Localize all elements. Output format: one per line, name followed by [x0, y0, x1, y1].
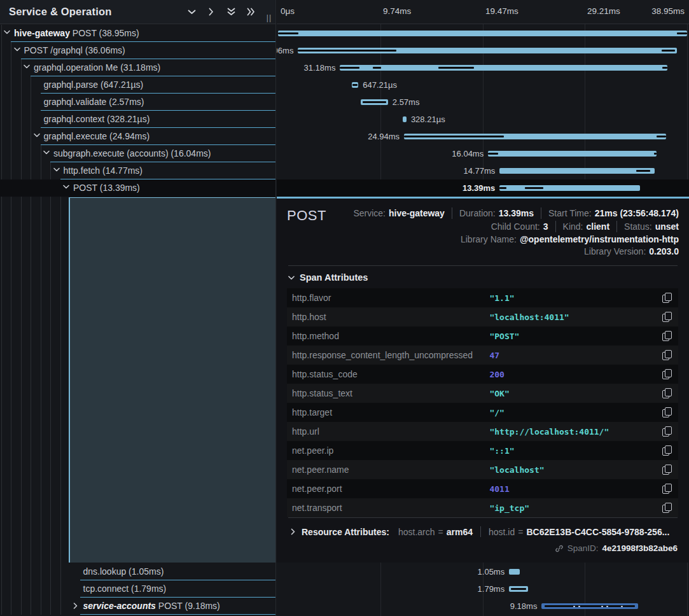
copy-icon[interactable]	[662, 484, 672, 494]
duration-label: 16.04ms	[452, 149, 484, 158]
timeline-row[interactable]: 14.77ms	[277, 162, 689, 179]
duration-label: 647.21µs	[363, 80, 397, 90]
chevron-right-icon[interactable]	[73, 603, 78, 609]
span-tree-row[interactable]: dns.lookup (1.05ms)	[0, 563, 276, 580]
resource-attributes-pairs: host.arch=arm64host.id=BC62E13B-C4CC-585…	[398, 526, 669, 537]
span-tree-row[interactable]: graphql.validate (2.57ms)	[0, 94, 276, 111]
span-duration-bar[interactable]	[499, 168, 655, 174]
span-label: hive-gateway POST (38.95ms)	[14, 28, 139, 38]
span-tree-row[interactable]: POST (13.39ms)	[0, 179, 276, 197]
copy-icon[interactable]	[662, 388, 672, 398]
span-tree-row[interactable]: graphql.execute (24.94ms)	[0, 128, 276, 145]
chevron-down-icon[interactable]	[14, 47, 20, 52]
copy-icon[interactable]	[662, 350, 672, 360]
meta-value: client	[586, 221, 609, 232]
chevron-down-icon[interactable]	[63, 185, 69, 189]
child-span-mark	[677, 32, 687, 34]
meta-value: 3	[543, 221, 548, 232]
span-attributes-toggle[interactable]: Span Attributes	[288, 272, 679, 283]
child-span-mark	[511, 588, 527, 590]
span-tree-row[interactable]: graphql.operation Me (31.18ms)	[0, 59, 276, 76]
timeline-row[interactable]: 9.18ms	[277, 598, 689, 615]
link-icon[interactable]	[555, 544, 564, 553]
span-duration-bar[interactable]	[499, 185, 640, 191]
copy-icon[interactable]	[662, 465, 672, 475]
copy-icon[interactable]	[662, 369, 672, 379]
timeline-row[interactable]: 1.79ms	[277, 580, 689, 598]
collapse-one-icon[interactable]	[187, 8, 196, 17]
span-label: POST /graphql (36.06ms)	[24, 45, 125, 55]
timeline-tick: 38.95ms	[651, 6, 685, 16]
meta-item: Library Version:0.203.0	[584, 246, 679, 256]
span-duration-bar[interactable]	[488, 151, 657, 157]
attribute-value: "http://localhost:4011/"	[489, 427, 662, 437]
timeline-row[interactable]: 1.05ms	[277, 563, 689, 580]
span-tree-row[interactable]: http.fetch (14.77ms)	[0, 162, 276, 179]
chevron-down-icon	[288, 276, 295, 280]
timeline-row[interactable]: 16.04ms	[277, 145, 689, 162]
span-label: graphql.context (328.21µs)	[44, 114, 150, 124]
span-tree-row[interactable]: service-accounts POST (9.18ms)	[0, 598, 276, 615]
collapse-all-icon[interactable]	[226, 8, 235, 17]
panel-resize-grip[interactable]: ||	[267, 13, 272, 22]
span-duration-bar[interactable]	[352, 82, 359, 88]
span-duration-bar[interactable]	[509, 586, 528, 592]
duration-label: 9.18ms	[510, 601, 538, 611]
meta-separator	[541, 207, 541, 219]
chevron-down-icon[interactable]	[24, 64, 30, 69]
copy-icon[interactable]	[662, 331, 672, 341]
span-label: graphql.validate (2.57ms)	[44, 97, 144, 107]
span-duration-bar[interactable]	[404, 134, 666, 139]
span-label: graphql.parse (647.21µs)	[44, 80, 144, 90]
span-duration-bar[interactable]	[340, 65, 667, 71]
span-duration-bar[interactable]	[298, 48, 676, 53]
span-duration-bar[interactable]	[361, 99, 387, 105]
copy-icon[interactable]	[662, 312, 672, 322]
resource-attributes-row[interactable]: Resource Attributes: host.arch=arm64host…	[288, 526, 678, 537]
span-tree-row[interactable]: subgraph.execute (accounts) (16.04ms)	[0, 145, 276, 162]
chevron-down-icon[interactable]	[4, 30, 10, 34]
chevron-down-icon[interactable]	[43, 150, 50, 155]
meta-value: @opentelemetry/instrumentation-http	[520, 234, 679, 244]
span-tree-row[interactable]: graphql.parse (647.21µs)	[0, 76, 276, 94]
tree-indent-guide	[50, 162, 51, 615]
span-tree-row[interactable]: hive-gateway POST (38.95ms)	[0, 25, 276, 42]
copy-icon[interactable]	[662, 293, 672, 303]
timeline-row[interactable]: 24.94ms	[277, 128, 689, 145]
span-label: service-accounts POST (9.18ms)	[83, 601, 220, 611]
timeline-tick: 29.21ms	[587, 6, 620, 16]
span-duration-bar[interactable]	[541, 603, 638, 609]
span-tree-row[interactable]: POST /graphql (36.06ms)	[0, 42, 276, 59]
resource-key: host.arch	[398, 527, 435, 537]
duration-label: 2.57ms	[393, 97, 420, 107]
timeline-row[interactable]: 31.18ms	[277, 59, 689, 76]
duration-label: 13.39ms	[463, 183, 495, 193]
timeline-row[interactable]: 36.06ms	[277, 42, 689, 59]
expand-all-icon[interactable]	[246, 8, 255, 17]
timeline-row[interactable]: 13.39ms	[277, 179, 689, 197]
chevron-down-icon[interactable]	[53, 167, 60, 172]
copy-icon[interactable]	[662, 503, 672, 513]
attribute-row: http.response_content_length_uncompresse…	[287, 346, 678, 365]
attribute-row: http.url"http://localhost:4011/"	[287, 422, 678, 441]
chevron-down-icon[interactable]	[34, 133, 40, 137]
span-label: POST (13.39ms)	[73, 183, 140, 193]
timeline-row[interactable]: 647.21µs	[277, 76, 689, 94]
span-tree-row[interactable]: graphql.context (328.21µs)	[0, 111, 276, 128]
copy-icon[interactable]	[662, 426, 672, 437]
copy-icon[interactable]	[662, 407, 672, 417]
meta-item: Service:hive-gateway	[353, 208, 445, 218]
span-duration-bar[interactable]	[403, 116, 406, 122]
span-meta-line: Library Version:0.203.0	[584, 246, 679, 256]
timeline-row[interactable]: 2.57ms	[277, 94, 689, 111]
span-duration-bar[interactable]	[509, 569, 520, 575]
meta-item: Status:unset	[624, 221, 679, 232]
timeline-row[interactable]: 38.95ms	[277, 25, 689, 42]
span-label: tcp.connect (1.79ms)	[83, 584, 167, 594]
span-tree-row[interactable]: tcp.connect (1.79ms)	[0, 580, 276, 598]
expand-one-icon[interactable]	[207, 8, 216, 17]
timeline-row[interactable]: 328.21µs	[277, 111, 689, 128]
attribute-row: http.status_code200	[287, 365, 678, 384]
copy-icon[interactable]	[662, 445, 672, 456]
span-duration-bar[interactable]	[278, 31, 687, 36]
